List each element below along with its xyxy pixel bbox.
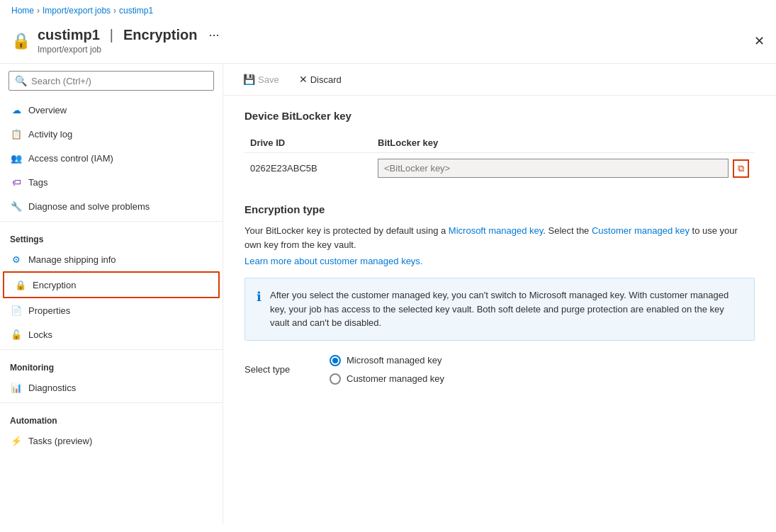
sidebar: 🔍 ☁ Overview 📋 Activity log 👥 Access con… bbox=[0, 64, 223, 525]
header-page-title: Encryption bbox=[123, 27, 197, 43]
sidebar-item-encryption[interactable]: 🔒 Encryption bbox=[3, 271, 220, 298]
info-icon: ℹ bbox=[257, 289, 262, 330]
search-box[interactable]: 🔍 bbox=[9, 71, 214, 91]
close-button[interactable]: ✕ bbox=[754, 33, 765, 49]
radio-microsoft-label: Microsoft managed key bbox=[347, 355, 442, 366]
bitlocker-section-title: Device BitLocker key bbox=[244, 110, 755, 122]
col-drive-id: Drive ID bbox=[244, 133, 372, 153]
wrench-icon: 🔧 bbox=[10, 200, 23, 213]
desc-part2: . Select the bbox=[543, 225, 592, 236]
sidebar-item-properties-label: Properties bbox=[28, 305, 70, 316]
nav-divider-2 bbox=[0, 349, 223, 350]
encryption-type-section: Encryption type Your BitLocker key is pr… bbox=[244, 203, 755, 385]
tasks-icon: ⚡ bbox=[10, 434, 23, 447]
radio-customer-label: Customer managed key bbox=[347, 373, 444, 384]
radio-customer-circle bbox=[330, 373, 341, 385]
sidebar-item-tags-label: Tags bbox=[28, 177, 47, 188]
select-type-row: Select type Microsoft managed key Custom… bbox=[244, 355, 755, 385]
bitlocker-section: Device BitLocker key Drive ID BitLocker … bbox=[244, 110, 755, 183]
content-area: Device BitLocker key Drive ID BitLocker … bbox=[223, 96, 776, 407]
bitlocker-key-input[interactable] bbox=[378, 159, 729, 178]
lock-icon: 🔒 bbox=[14, 278, 27, 291]
save-icon: 💾 bbox=[243, 74, 255, 85]
sidebar-item-diagnose-label: Diagnose and solve problems bbox=[28, 201, 150, 212]
breadcrumb-import-export[interactable]: Import/export jobs bbox=[43, 6, 111, 16]
activity-icon: 📋 bbox=[10, 128, 23, 140]
header-subtitle: Import/export job bbox=[38, 45, 219, 55]
sidebar-item-overview[interactable]: ☁ Overview bbox=[0, 98, 223, 122]
select-type-label: Select type bbox=[244, 364, 330, 375]
copy-icon: ⧉ bbox=[738, 163, 744, 174]
header-lock-icon: 🔒 bbox=[11, 32, 30, 50]
sidebar-item-tasks-label: Tasks (preview) bbox=[28, 436, 92, 446]
sidebar-item-properties[interactable]: 📄 Properties bbox=[0, 298, 223, 322]
discard-label: Discard bbox=[310, 74, 342, 85]
microsoft-managed-key-link[interactable]: Microsoft managed key bbox=[449, 225, 543, 236]
main-content: 💾 Save ✕ Discard Device BitLocker key Dr… bbox=[223, 64, 776, 525]
bitlocker-cell: ⧉ bbox=[378, 159, 749, 178]
radio-microsoft-circle bbox=[330, 355, 341, 366]
cloud-icon: ☁ bbox=[10, 103, 23, 116]
radio-option-microsoft[interactable]: Microsoft managed key bbox=[330, 355, 444, 366]
info-text: After you select the customer managed ke… bbox=[270, 288, 743, 330]
copy-bitlocker-key-button[interactable]: ⧉ bbox=[733, 159, 749, 178]
sidebar-item-access-control[interactable]: 👥 Access control (IAM) bbox=[0, 146, 223, 170]
info-box: ℹ After you select the customer managed … bbox=[244, 278, 755, 341]
iam-icon: 👥 bbox=[10, 152, 23, 164]
sidebar-item-encryption-label: Encryption bbox=[33, 280, 76, 290]
automation-section-label: Automation bbox=[0, 406, 223, 429]
sidebar-item-locks[interactable]: 🔓 Locks bbox=[0, 322, 223, 346]
sidebar-item-tasks[interactable]: ⚡ Tasks (preview) bbox=[0, 429, 223, 453]
radio-option-customer[interactable]: Customer managed key bbox=[330, 373, 444, 385]
sidebar-item-access-control-label: Access control (IAM) bbox=[28, 153, 113, 164]
bitlocker-table: Drive ID BitLocker key 0262E23ABC5B bbox=[244, 133, 755, 183]
header-ellipsis-button[interactable]: ··· bbox=[208, 28, 219, 43]
page-header: 🔒 custimp1 | Encryption ··· Import/expor… bbox=[0, 18, 776, 64]
learn-more-link[interactable]: Learn more about customer managed keys. bbox=[244, 256, 755, 266]
monitoring-section-label: Monitoring bbox=[0, 353, 223, 375]
settings-section-label: Settings bbox=[0, 225, 223, 247]
save-label: Save bbox=[258, 74, 279, 85]
drive-id-value: 0262E23ABC5B bbox=[244, 153, 372, 184]
desc-part1: Your BitLocker key is protected by defau… bbox=[244, 225, 449, 236]
toolbar: 💾 Save ✕ Discard bbox=[223, 64, 776, 96]
nav-divider-1 bbox=[0, 221, 223, 222]
sidebar-item-manage-shipping[interactable]: ⚙ Manage shipping info bbox=[0, 247, 223, 271]
gear-icon: ⚙ bbox=[10, 253, 23, 266]
col-bitlocker-key: BitLocker key bbox=[372, 133, 755, 153]
breadcrumb-current[interactable]: custimp1 bbox=[119, 6, 153, 16]
customer-managed-key-link[interactable]: Customer managed key bbox=[592, 225, 690, 236]
save-button[interactable]: 💾 Save bbox=[240, 71, 282, 88]
encryption-description: Your BitLocker key is protected by defau… bbox=[244, 224, 755, 251]
main-layout: 🔍 ☁ Overview 📋 Activity log 👥 Access con… bbox=[0, 64, 776, 525]
search-icon: 🔍 bbox=[15, 75, 27, 86]
sidebar-item-activity-log-label: Activity log bbox=[28, 129, 72, 140]
properties-icon: 📄 bbox=[10, 304, 23, 317]
sidebar-item-activity-log[interactable]: 📋 Activity log bbox=[0, 122, 223, 146]
sidebar-item-diagnostics-label: Diagnostics bbox=[28, 383, 76, 393]
breadcrumb: Home › Import/export jobs › custimp1 bbox=[0, 0, 776, 18]
locks-icon: 🔓 bbox=[10, 328, 23, 341]
sidebar-item-diagnose[interactable]: 🔧 Diagnose and solve problems bbox=[0, 194, 223, 218]
discard-button[interactable]: ✕ Discard bbox=[296, 71, 344, 88]
sidebar-item-manage-shipping-label: Manage shipping info bbox=[28, 254, 116, 265]
radio-options: Microsoft managed key Customer managed k… bbox=[330, 355, 444, 385]
breadcrumb-home[interactable]: Home bbox=[11, 6, 34, 16]
discard-icon: ✕ bbox=[299, 74, 308, 85]
header-resource-name: custimp1 bbox=[38, 27, 100, 43]
diagnostics-icon: 📊 bbox=[10, 381, 23, 394]
sidebar-item-overview-label: Overview bbox=[28, 105, 67, 115]
table-row: 0262E23ABC5B ⧉ bbox=[244, 153, 755, 184]
encryption-type-title: Encryption type bbox=[244, 203, 755, 215]
sidebar-item-locks-label: Locks bbox=[28, 329, 52, 340]
sidebar-item-tags[interactable]: 🏷 Tags bbox=[0, 170, 223, 194]
search-input[interactable] bbox=[31, 76, 208, 86]
tag-icon: 🏷 bbox=[10, 176, 23, 188]
sidebar-item-diagnostics[interactable]: 📊 Diagnostics bbox=[0, 375, 223, 400]
nav-divider-3 bbox=[0, 402, 223, 403]
